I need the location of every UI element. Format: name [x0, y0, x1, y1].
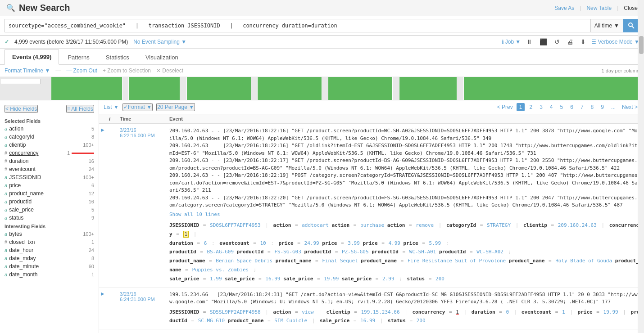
sidebar-item-concurrency[interactable]: # concurrency 1	[0, 149, 99, 157]
event-time[interactable]: 3/23/166:22:16.000 PM	[117, 124, 167, 142]
timeline-empty-seg-7	[457, 77, 463, 100]
deselect-button[interactable]: ✕ Deselect	[156, 68, 183, 74]
sidebar-item-action[interactable]: a action 5	[0, 125, 99, 133]
event-time[interactable]: 3/23/16	[117, 329, 167, 333]
zoom-out-button[interactable]: — Zoom Out	[66, 68, 97, 74]
expand-row-button[interactable]: ▶	[99, 329, 108, 333]
page-8-button[interactable]: 8	[588, 103, 597, 111]
sidebar-item-status[interactable]: a status 9	[0, 214, 99, 222]
export-button[interactable]: ⬇	[579, 37, 588, 46]
page-4-button[interactable]: 4	[547, 103, 556, 111]
job-button[interactable]: ℹ Job ▼	[502, 39, 521, 45]
page-5-button[interactable]: 5	[558, 103, 566, 111]
refresh-button[interactable]: ↺	[553, 37, 562, 46]
time-col-header[interactable]: Time	[117, 114, 167, 123]
scrollbar[interactable]	[638, 0, 644, 333]
sidebar-item-productid[interactable]: a productId 16	[0, 198, 99, 206]
sidebar-item-clientip[interactable]: a clientip 100+	[0, 141, 99, 149]
field-type-icon: a	[5, 231, 7, 237]
pagination-left: List ▼ ✓Format ▼ 20 Per Page ▼	[104, 103, 195, 111]
page-9-button[interactable]: 9	[598, 103, 607, 111]
field-name-label: clientip	[9, 142, 82, 148]
no-event-sampling-button[interactable]: No Event Sampling ▼	[133, 39, 186, 45]
save-as-button[interactable]: Save As	[554, 5, 574, 11]
sidebar-item-date-minute[interactable]: a date_minute 60	[0, 262, 99, 270]
event-fields-row: JSESSIONID = SD0SL6FF7ADFF4953 | action …	[169, 221, 641, 284]
status-bar: ✓ 4,999 events (before 3/26/17 11:50:45.…	[0, 36, 644, 49]
event-col-header: Event	[167, 114, 644, 123]
expand-row-button[interactable]: ▶	[99, 288, 108, 300]
search-go-button[interactable]	[623, 19, 639, 32]
page-7-button[interactable]: 7	[578, 103, 586, 111]
zoom-selection-button[interactable]: + Zoom to Selection	[103, 68, 151, 74]
interesting-fields-title: Interesting Fields	[0, 222, 99, 230]
hide-fields-button[interactable]: < Hide Fields	[5, 105, 38, 113]
selected-fields-title: Selected Fields	[0, 117, 99, 125]
tab-visualization[interactable]: Visualization	[138, 50, 186, 64]
sidebar-item-jsessionid[interactable]: a JSESSIONID 100+	[0, 173, 99, 181]
page-3-button[interactable]: 3	[537, 103, 545, 111]
tab-events[interactable]: Events (4,999)	[5, 50, 59, 65]
show-more-lines-link[interactable]: Show all 10 lines	[169, 212, 220, 217]
timeline-bar-seg-4	[258, 77, 322, 100]
tab-statistics[interactable]: Statistics	[98, 50, 137, 64]
pagination-right: < Prev 1 2 3 4 5 6 7 8 9 ... Next >	[495, 103, 639, 111]
concurrency-highlighted-val[interactable]: 1	[183, 231, 189, 238]
page-6-button[interactable]: 6	[567, 103, 576, 111]
search-input[interactable]	[9, 22, 587, 29]
pause-button[interactable]: ⏸	[524, 37, 534, 46]
format-timeline-button[interactable]: Format Timeline ▼	[5, 68, 50, 74]
sidebar-item-sale-price[interactable]: a sale_price 5	[0, 206, 99, 214]
next-page-button[interactable]: Next >	[620, 103, 639, 111]
field-type-icon: #	[5, 166, 7, 172]
new-table-button[interactable]: New Table	[586, 5, 612, 11]
close-button[interactable]: Close	[624, 5, 638, 11]
concurrency-red-underline-val[interactable]: 1	[456, 309, 459, 315]
time-range-select[interactable]: All time ▼	[590, 19, 623, 32]
sidebar-item-date-hour[interactable]: a date_hour 24	[0, 246, 99, 254]
events-count-label: 4,999 events (before 3/26/17 11:50:45.00…	[14, 39, 128, 45]
list-dropdown-button[interactable]: List ▼	[104, 104, 119, 110]
event-raw-text: 209.160.24.63 - - [23/Mar/2016:18:22:16]…	[169, 127, 641, 209]
verbose-mode-button[interactable]: ☰ Verbose Mode ▼	[591, 39, 639, 45]
field-type-icon: a	[5, 183, 7, 188]
timeline-bar-seg-3	[187, 77, 251, 100]
print-button[interactable]: 🖨	[565, 37, 575, 46]
prev-page-button[interactable]: < Prev	[495, 103, 515, 111]
field-name-label: closed_txn	[9, 239, 91, 245]
chevron-down-icon: ▼	[614, 22, 619, 29]
sidebar-item-product-name[interactable]: a product_name 12	[0, 189, 99, 198]
scrollbar-thumb[interactable]	[639, 36, 644, 54]
all-fields-button[interactable]: ≡ All Fields	[66, 105, 94, 113]
chevron-down-icon: ▼	[181, 39, 186, 45]
per-page-dropdown-button[interactable]: 20 Per Page ▼	[156, 103, 195, 111]
tab-patterns[interactable]: Patterns	[60, 50, 97, 64]
sidebar-item-date-month[interactable]: a date_month 1	[0, 270, 99, 279]
field-type-icon: a	[5, 264, 7, 269]
event-content: 113.111.163.4 - [23/Mar/2016:18:26:36] "…	[167, 329, 644, 333]
stop-button[interactable]: ⬛	[538, 37, 549, 46]
field-name-label: date_minute	[9, 263, 88, 270]
timeline-mini-preview	[0, 79, 41, 84]
timeline-column-info: 1 day per column	[602, 68, 639, 73]
sidebar-item-eventcount[interactable]: # eventcount 24	[0, 165, 99, 173]
format-dropdown-button[interactable]: ✓Format ▼	[122, 103, 153, 111]
event-fields-row-2: JSESSIONID = SD5SL9FF2ADFF4958 | action …	[169, 308, 641, 326]
field-type-icon: #	[5, 158, 7, 164]
page-2-button[interactable]: 2	[526, 103, 535, 111]
sidebar-item-date-mday[interactable]: a date_mday 8	[0, 254, 99, 262]
page-1-button[interactable]: 1	[517, 103, 525, 111]
time-range-label: All time	[594, 22, 612, 29]
sidebar-item-categoryid[interactable]: a categoryId 8	[0, 133, 99, 141]
expand-row-button[interactable]: ▶	[99, 124, 108, 136]
sidebar-item-closed-txn[interactable]: # closed_txn 1	[0, 238, 99, 246]
sidebar-item-bytes[interactable]: a bytes 100+	[0, 230, 99, 238]
status-right: ℹ Job ▼ ⏸ ⬛ ↺ 🖨 ⬇ ☰ Verbose Mode ▼	[502, 37, 639, 46]
sidebar-item-duration[interactable]: # duration 16	[0, 157, 99, 165]
tabs-bar: Events (4,999) Patterns Statistics Visua…	[0, 49, 644, 65]
sidebar-item-price[interactable]: a price 6	[0, 181, 99, 189]
field-type-icon: a	[5, 175, 7, 180]
timeline-bar-area[interactable]	[0, 77, 644, 100]
chevron-down-icon: ▼	[113, 104, 119, 110]
event-time[interactable]: 3/23/166:24:31.000 PM	[117, 288, 167, 306]
